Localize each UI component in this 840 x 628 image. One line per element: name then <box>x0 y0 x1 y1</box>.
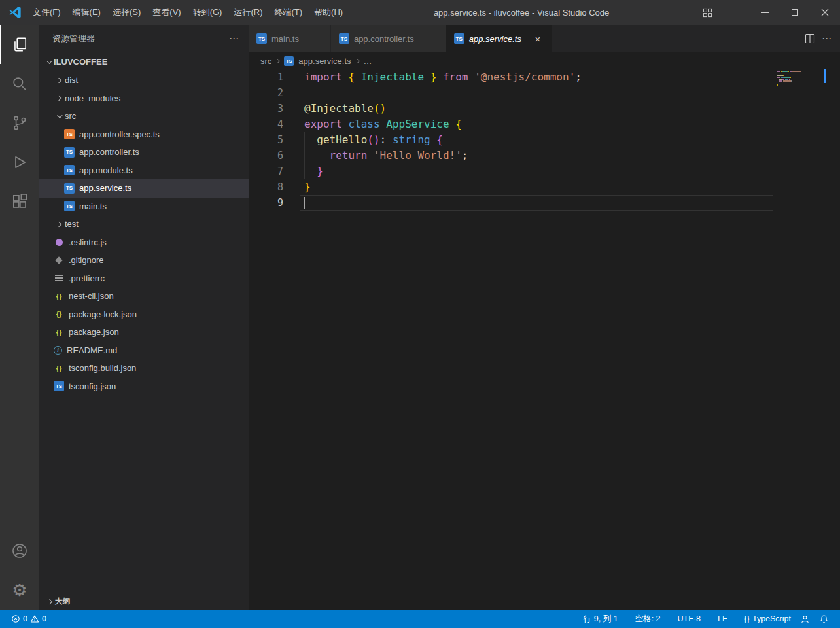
status-eol[interactable]: LF <box>713 614 732 623</box>
editor-actions: ⋯ <box>805 25 840 52</box>
tree-item-nest-cli.json[interactable]: {}nest-cli.json <box>39 287 249 305</box>
menu-go[interactable]: 转到(G) <box>187 0 228 25</box>
code-line-9[interactable]: 9 <box>249 195 840 211</box>
status-feedback[interactable] <box>796 614 814 624</box>
chevron-right-icon <box>275 58 280 63</box>
tree-item-label: .gitignore <box>69 255 103 265</box>
split-editor-button[interactable] <box>805 33 815 44</box>
menu-selection[interactable]: 选择(S) <box>107 0 147 25</box>
chevron-right-icon <box>44 597 55 607</box>
status-encoding[interactable]: UTF-8 <box>673 614 705 623</box>
tree-item-src[interactable]: src <box>39 107 249 126</box>
tab-main-ts[interactable]: TS main.ts <box>249 25 331 52</box>
activity-explorer[interactable] <box>0 25 39 64</box>
tab-bar: TS main.ts TS app.controller.ts TS app.s… <box>249 25 840 52</box>
tree-item-label: app.controller.ts <box>79 147 139 157</box>
tab-app-controller-ts[interactable]: TS app.controller.ts <box>331 25 446 52</box>
menu-terminal[interactable]: 终端(T) <box>268 0 308 25</box>
status-notifications[interactable] <box>814 614 833 624</box>
status-indentation[interactable]: 空格: 2 <box>631 614 665 625</box>
activity-extensions[interactable] <box>0 182 39 221</box>
code-line-3[interactable]: 3@Injectable() <box>249 101 840 116</box>
activity-accounts[interactable] <box>0 531 39 570</box>
activity-run-debug[interactable] <box>0 143 39 182</box>
line-number: 3 <box>249 101 283 116</box>
tree-item-app.service.ts[interactable]: TSapp.service.ts <box>39 179 249 198</box>
ts-file-icon: TS <box>284 56 294 66</box>
tree-item-node_modules[interactable]: node_modules <box>39 90 249 108</box>
tree-item-.gitignore[interactable]: .gitignore <box>39 251 249 270</box>
menu-help[interactable]: 帮助(H) <box>308 0 349 25</box>
tree-item-label: README.md <box>67 345 117 355</box>
json-file-icon: {} <box>54 327 64 338</box>
tree-item-label: app.module.ts <box>79 166 133 175</box>
minimize-button[interactable] <box>750 0 780 25</box>
code-line-5[interactable]: 5 getHello(): string { <box>249 132 840 148</box>
line-number: 5 <box>249 132 283 148</box>
outline-section-header[interactable]: 大纲 <box>39 593 249 610</box>
code-editor[interactable]: 1import { Injectable } from '@nestjs/com… <box>249 69 840 610</box>
line-number: 4 <box>249 116 283 132</box>
menu-run[interactable]: 运行(R) <box>228 0 268 25</box>
code-line-6[interactable]: 6 return 'Hello World!'; <box>249 148 840 164</box>
tree-item-tsconfig.build.json[interactable]: {}tsconfig.build.json <box>39 359 249 377</box>
line-number: 2 <box>249 85 283 101</box>
activity-source-control[interactable] <box>0 103 39 143</box>
json-file-icon: {} <box>54 291 64 302</box>
chevron-right-icon <box>54 219 64 230</box>
tree-item-label: nest-cli.json <box>69 291 114 301</box>
window-controls <box>694 0 840 25</box>
customize-layout-button[interactable] <box>694 0 720 25</box>
line-number: 6 <box>249 148 283 164</box>
line-content: return 'Hello World!'; <box>304 148 773 164</box>
code-line-7[interactable]: 7 } <box>249 164 840 179</box>
feedback-person-icon <box>800 614 810 624</box>
status-cursor-position[interactable]: 行 9, 列 1 <box>579 614 623 625</box>
tree-item-package.json[interactable]: {}package.json <box>39 323 249 341</box>
tree-item-package-lock.json[interactable]: {}package-lock.json <box>39 305 249 324</box>
breadcrumb-file[interactable]: app.service.ts <box>298 56 351 66</box>
chevron-right-icon <box>54 93 64 103</box>
maximize-icon <box>792 9 798 16</box>
tree-item-.prettierrc[interactable]: .prettierrc <box>39 270 249 288</box>
code-line-1[interactable]: 1import { Injectable } from '@nestjs/com… <box>249 69 840 85</box>
explorer-more-actions-button[interactable]: ⋯ <box>229 33 239 44</box>
status-language[interactable]: {} TypeScript <box>740 614 796 623</box>
indent-guide <box>317 148 317 164</box>
menu-edit[interactable]: 编辑(E) <box>67 0 107 25</box>
breadcrumb-folder[interactable]: src <box>260 56 271 66</box>
tree-item-label: .eslintrc.js <box>69 237 107 247</box>
status-problems[interactable]: 0 0 <box>7 610 51 628</box>
tree-item-test[interactable]: test <box>39 215 249 234</box>
tree-item-label: tsconfig.build.json <box>69 363 136 373</box>
vscode-logo-icon <box>9 6 22 19</box>
breadcrumb-symbol[interactable]: … <box>364 56 372 66</box>
code-line-8[interactable]: 8} <box>249 179 840 195</box>
tree-item-.eslintrc.js[interactable]: .eslintrc.js <box>39 234 249 252</box>
tab-app-service-ts[interactable]: TS app.service.ts × <box>446 25 553 52</box>
line-content <box>304 85 773 101</box>
menu-view[interactable]: 查看(V) <box>147 0 186 25</box>
tree-root-iluvcoffee[interactable]: ILUVCOFFEE <box>39 52 249 71</box>
tree-item-README.md[interactable]: iREADME.md <box>39 341 249 360</box>
tab-close-button[interactable]: × <box>531 32 544 45</box>
account-icon <box>11 542 28 559</box>
tree-item-tsconfig.json[interactable]: TStsconfig.json <box>39 377 249 396</box>
gear-icon: ⚙ <box>12 582 27 599</box>
chevron-down-icon <box>54 111 64 122</box>
menu-file[interactable]: 文件(F) <box>27 0 67 25</box>
tree-item-dist[interactable]: dist <box>39 71 249 90</box>
activity-settings[interactable]: ⚙ <box>0 570 39 610</box>
tree-item-app.controller.spec.ts[interactable]: TSapp.controller.spec.ts <box>39 126 249 144</box>
code-line-4[interactable]: 4export class AppService { <box>249 116 840 132</box>
minimap[interactable] <box>777 71 823 88</box>
tree-item-app.module.ts[interactable]: TSapp.module.ts <box>39 162 249 180</box>
maximize-button[interactable] <box>780 0 810 25</box>
tree-item-main.ts[interactable]: TSmain.ts <box>39 198 249 216</box>
close-button[interactable] <box>810 0 840 25</box>
tree-item-app.controller.ts[interactable]: TSapp.controller.ts <box>39 143 249 162</box>
activity-search[interactable] <box>0 64 39 103</box>
tree-item-label: src <box>65 111 76 121</box>
code-line-2[interactable]: 2 <box>249 85 840 101</box>
editor-more-actions-button[interactable]: ⋯ <box>822 33 832 44</box>
